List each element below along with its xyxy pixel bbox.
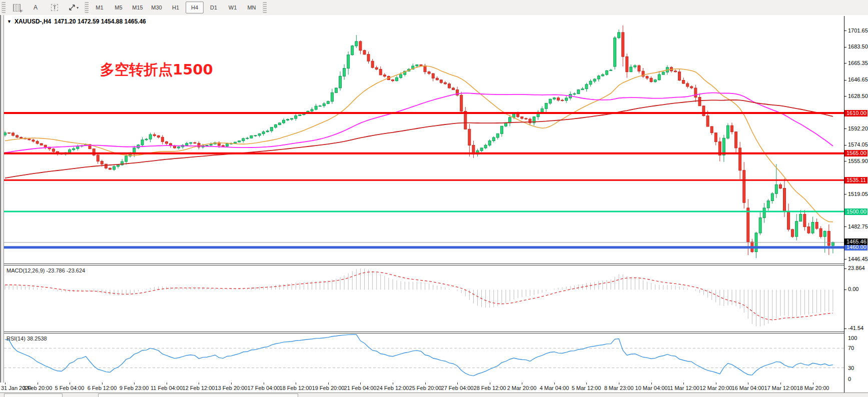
timeframe-button-H1[interactable]: H1 (167, 2, 185, 14)
price-tick (844, 96, 846, 96)
date-label: 3 Feb 20:00 (21, 385, 54, 391)
price-tick (844, 194, 846, 194)
date-tick (264, 382, 264, 384)
timeframe-button-M15[interactable]: M15 (129, 2, 147, 14)
date-label: 5 Feb 04:00 (53, 385, 86, 391)
chart-tab[interactable] (4, 394, 63, 397)
time-axis[interactable]: 31 Jan 20203 Feb 20:005 Feb 04:006 Feb 1… (0, 382, 844, 392)
macd-indicator-pane[interactable]: MACD(12,26,9) -23.786 -23.624 (4, 266, 844, 332)
arrows-tool-icon[interactable]: ▾ (65, 2, 83, 14)
date-label: 13 Feb 20:00 (215, 385, 248, 391)
date-label: 6 Feb 12:00 (86, 385, 119, 391)
text-box-icon[interactable]: T (46, 2, 64, 14)
date-tick (134, 382, 135, 384)
window-left-frame (0, 15, 4, 397)
date-tick (102, 382, 103, 384)
chart-tabs-strip (0, 392, 868, 397)
chart-tab[interactable] (98, 394, 298, 397)
date-tick (748, 382, 748, 384)
date-tick (586, 382, 587, 384)
date-label: 11 Mar 12:00 (667, 385, 700, 391)
macd-chart[interactable] (4, 266, 844, 332)
price-tick (844, 63, 846, 64)
date-label: 12 Mar 20:00 (699, 385, 732, 391)
date-tick (780, 382, 781, 384)
macd-axis-label: 0.00 (848, 286, 858, 292)
timeframe-button-MN[interactable]: MN (243, 2, 261, 14)
pane-separator[interactable] (4, 264, 844, 264)
date-tick (296, 382, 296, 384)
candlestick-chart[interactable] (4, 16, 844, 264)
chart-header: ▼ XAUUSD-,H4 1471.20 1472.59 1454.88 146… (7, 18, 146, 25)
date-label: 18 Mar 20:00 (796, 385, 829, 391)
dropdown-caret-icon: ▾ (77, 6, 79, 10)
date-tick (70, 382, 70, 384)
timeframe-button-M5[interactable]: M5 (110, 2, 128, 14)
price-tick (844, 145, 846, 146)
date-tick (490, 382, 490, 384)
collapse-icon[interactable]: ▼ (7, 19, 12, 24)
date-label: 17 Mar 12:00 (764, 385, 797, 391)
pane-separator[interactable] (4, 332, 844, 332)
toolbar-grip-2[interactable] (85, 2, 89, 13)
timeframe-button-D1[interactable]: D1 (205, 2, 223, 14)
date-tick (393, 382, 393, 384)
timeframe-button-M30[interactable]: M30 (148, 2, 166, 14)
date-tick (522, 382, 522, 384)
hline-price-label: 1565.00 (844, 150, 867, 156)
timeframe-button-H4[interactable]: H4 (186, 2, 204, 14)
date-label: 16 Mar 04:00 (731, 385, 764, 391)
rsi-axis-label: 100 (848, 335, 857, 341)
rsi-indicator-pane[interactable]: RSI(14) 38.2538 (4, 334, 844, 382)
date-label: 8 Mar 23:00 (602, 385, 635, 391)
timeframe-button-group: M1M5M15M30H1H4D1W1MN (90, 2, 261, 14)
date-label: 12 Feb 12:00 (182, 385, 215, 391)
timeframe-button-W1[interactable]: W1 (224, 2, 242, 14)
hline-price-label: 1535.11 (844, 177, 867, 184)
price-tick-label: 1665.35 (848, 60, 868, 66)
price-tick-label: 1574.05 (848, 142, 868, 148)
price-tick (844, 259, 846, 260)
date-tick (360, 382, 361, 384)
date-label: 5 Mar 12:00 (570, 385, 603, 391)
date-label: 17 Feb 04:00 (247, 385, 280, 391)
date-label: 4 Mar 04:00 (538, 385, 571, 391)
rsi-chart[interactable] (4, 334, 844, 382)
price-tick (844, 128, 846, 129)
date-tick (167, 382, 167, 384)
date-label: 21 Feb 04:00 (344, 385, 377, 391)
toolbar-grip[interactable] (2, 2, 6, 13)
timeframe-button-M1[interactable]: M1 (91, 2, 109, 14)
date-tick (231, 382, 232, 384)
macd-label: MACD(12,26,9) -23.786 -23.624 (7, 268, 85, 274)
price-tick-label: 1701.65 (848, 28, 868, 34)
macd-axis-label: -41.54 (848, 325, 863, 331)
date-label: 9 Feb 23:00 (118, 385, 151, 391)
price-tick (844, 80, 846, 80)
period-grid-icon[interactable]: F (8, 2, 26, 14)
date-label: 10 Mar 04:00 (635, 385, 668, 391)
date-label: 25 Feb 20:00 (409, 385, 442, 391)
date-tick (683, 382, 684, 384)
rsi-axis-label: 70 (848, 345, 854, 351)
macd-axis-label: 23.864 (848, 265, 865, 271)
top-toolbar: F A T ▾ M1M5M15M30H1H4D1W1MN (0, 0, 868, 16)
date-tick (38, 382, 38, 384)
macd-tick (844, 268, 846, 269)
price-tick-label: 1646.65 (848, 76, 868, 82)
date-tick (619, 382, 619, 384)
rsi-axis-label: 30 (848, 365, 854, 371)
price-axis[interactable]: 1701.65 1683.50 1665.35 1646.65 1628.50 … (844, 15, 868, 397)
price-tick (844, 30, 846, 31)
toolbar-grip-3[interactable] (263, 2, 267, 13)
date-label: 2 Mar 20:00 (505, 385, 538, 391)
date-label: 19 Feb 20:00 (312, 385, 345, 391)
price-chart-pane[interactable]: ▼ XAUUSD-,H4 1471.20 1472.59 1454.88 146… (4, 16, 844, 264)
chart-window: ▼ XAUUSD-,H4 1471.20 1472.59 1454.88 146… (0, 15, 868, 397)
rsi-axis-label: 0 (848, 376, 851, 382)
price-tick-label: 1446.45 (848, 256, 868, 262)
date-tick (457, 382, 458, 384)
current-price-label: 1465.46 (844, 238, 867, 245)
text-label-icon[interactable]: A (27, 2, 45, 14)
date-tick (199, 382, 199, 384)
